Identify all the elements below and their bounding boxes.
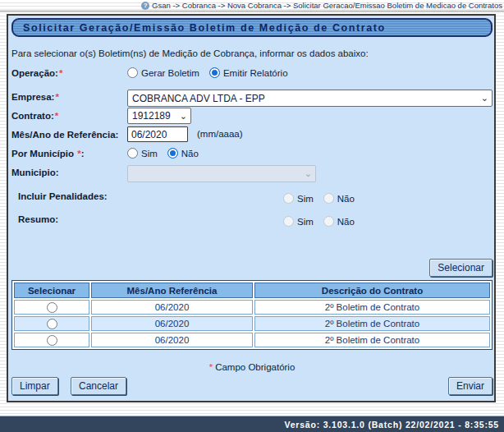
radio-label: Não [337, 217, 355, 227]
por-municipio-label: Por Município [11, 149, 76, 159]
resumo-sim-option: Sim [283, 216, 314, 227]
contrato-label: Contrato: [11, 111, 54, 121]
boletim-table: Selecionar Mês/Ano Referência Descrição … [11, 280, 493, 350]
por-municipio-radio-group: Sim Não [127, 148, 208, 159]
row-mes-ano: 06/2020 [91, 316, 253, 331]
operacao-radio-group: Gerar Boletim Emitir Relatório [127, 67, 298, 78]
radio-incluir-penalidades-nao [323, 193, 334, 204]
header-descricao: Descrição do Contrato [254, 283, 490, 298]
table-row: 06/2020 2º Boletim de Contrato [14, 300, 490, 315]
row-descricao: 2º Boletim de Contrato [254, 316, 490, 331]
field-label-mes-ano: Mês/Ano de Referência: [11, 130, 118, 140]
resumo-label: Resumo: [18, 214, 58, 224]
radio-gerar-boletim[interactable] [127, 67, 138, 78]
chevron-down-icon: ⌄ [180, 112, 187, 121]
municipio-select: ⌄ [127, 165, 316, 182]
por-municipio-colon: : [81, 149, 85, 159]
radio-resumo-sim [283, 216, 294, 227]
radio-label: Não [181, 149, 199, 159]
incluir-penalidades-nao-option: Não [323, 193, 355, 204]
empresa-required-star: * [55, 92, 58, 102]
page-title: Solicitar Geração/Emissão Boletim de Med… [11, 18, 493, 37]
chevron-down-icon: ⌄ [305, 169, 312, 178]
field-label-por-municipio: Por Município *: [11, 149, 85, 159]
mes-ano-input[interactable] [127, 126, 188, 142]
field-label-empresa: Empresa:* [11, 92, 59, 102]
intro-text: Para selecionar o(s) Boletim(ns) de Medi… [11, 48, 369, 58]
table-row: 06/2020 2º Boletim de Contrato [14, 316, 490, 331]
empresa-select[interactable]: COBRANCA ADV LTDA - EPP ⌄ [127, 90, 493, 107]
radio-label: Gerar Boletim [141, 68, 199, 78]
cancelar-button[interactable]: Cancelar [71, 377, 126, 395]
breadcrumb-text: Gsan -> Cobranca -> Nova Cobranca -> Sol… [152, 1, 502, 10]
row-select-radio[interactable] [47, 302, 57, 313]
mes-ano-format-hint: (mm/aaaa) [197, 129, 243, 139]
row-select-cell [14, 333, 89, 347]
operacao-label: Operação: [11, 68, 58, 78]
table-header-row: Selecionar Mês/Ano Referência Descrição … [14, 283, 490, 298]
required-star: * [209, 362, 213, 372]
page-title-text: Solicitar Geração/Emissão Boletim de Med… [23, 22, 386, 34]
breadcrumb: ? Gsan -> Cobranca -> Nova Cobranca -> S… [0, 0, 504, 11]
radio-por-municipio-nao[interactable] [167, 148, 178, 159]
radio-resumo-nao [323, 216, 334, 227]
incluir-penalidades-label: Incluir Penalidades: [18, 191, 108, 201]
radio-label: Emitir Relatório [223, 68, 288, 78]
header-mes-ano: Mês/Ano Referência [91, 283, 253, 298]
mes-ano-label: Mês/Ano de Referência: [11, 130, 118, 140]
row-select-cell [14, 300, 89, 315]
radio-label: Sim [141, 149, 158, 159]
enviar-button[interactable]: Enviar [448, 377, 493, 395]
row-select-cell [14, 316, 89, 331]
resumo-nao-option: Não [323, 216, 355, 227]
empresa-label: Empresa: [11, 92, 54, 102]
emitir-relatorio-option[interactable]: Emitir Relatório [209, 67, 288, 78]
limpar-button[interactable]: Limpar [11, 377, 58, 395]
por-municipio-sim-option[interactable]: Sim [127, 148, 158, 159]
operacao-required-star: * [59, 68, 62, 78]
row-select-radio[interactable] [47, 319, 57, 329]
table-row: 06/2020 2º Boletim de Contrato [14, 333, 490, 347]
radio-label: Sim [297, 217, 314, 227]
help-icon[interactable]: ? [141, 2, 149, 10]
incluir-penalidades-radio-group: Sim Não [283, 193, 364, 204]
row-mes-ano: 06/2020 [91, 300, 253, 315]
municipio-label: Municipio: [11, 168, 59, 177]
radio-label: Sim [297, 194, 314, 204]
row-select-radio[interactable] [47, 335, 57, 346]
resumo-radio-group: Sim Não [283, 216, 364, 227]
row-descricao: 2º Boletim de Contrato [254, 333, 490, 347]
chevron-down-icon: ⌄ [481, 94, 488, 103]
por-municipio-nao-option[interactable]: Não [167, 148, 199, 159]
required-field-note: *Campo Obrigatório [0, 362, 504, 372]
row-descricao: 2º Boletim de Contrato [254, 300, 490, 315]
field-label-municipio: Municipio: [11, 168, 59, 177]
footer-bar: Versão: 3.103.1.0 (Batch) 22/02/2021 - 8… [0, 416, 504, 432]
required-note-text: Campo Obrigatório [215, 362, 295, 372]
gsan-window: ? Gsan -> Cobranca -> Nova Cobranca -> S… [0, 0, 504, 432]
empresa-selected-value: COBRANCA ADV LTDA - EPP [132, 93, 265, 104]
contrato-required-star: * [55, 111, 58, 121]
contrato-selected-value: 1912189 [132, 110, 171, 122]
radio-label: Não [337, 194, 355, 204]
contrato-select[interactable]: 1912189 ⌄ [127, 108, 191, 124]
header-selecionar: Selecionar [14, 283, 89, 298]
top-divider [0, 11, 504, 11]
field-label-resumo: Resumo: [18, 214, 58, 224]
field-label-contrato: Contrato:* [11, 111, 58, 121]
radio-por-municipio-sim[interactable] [127, 148, 138, 159]
selecionar-button[interactable]: Selecionar [429, 259, 493, 277]
radio-emitir-relatorio[interactable] [209, 67, 220, 78]
field-label-operacao: Operação:* [11, 68, 62, 78]
gerar-boletim-option[interactable]: Gerar Boletim [127, 67, 199, 78]
field-label-incluir-penalidades: Incluir Penalidades: [18, 191, 108, 201]
row-mes-ano: 06/2020 [91, 333, 253, 347]
version-text: Versão: 3.103.1.0 (Batch) 22/02/2021 - 8… [284, 420, 499, 430]
incluir-penalidades-sim-option: Sim [283, 193, 314, 204]
radio-incluir-penalidades-sim [283, 193, 294, 204]
